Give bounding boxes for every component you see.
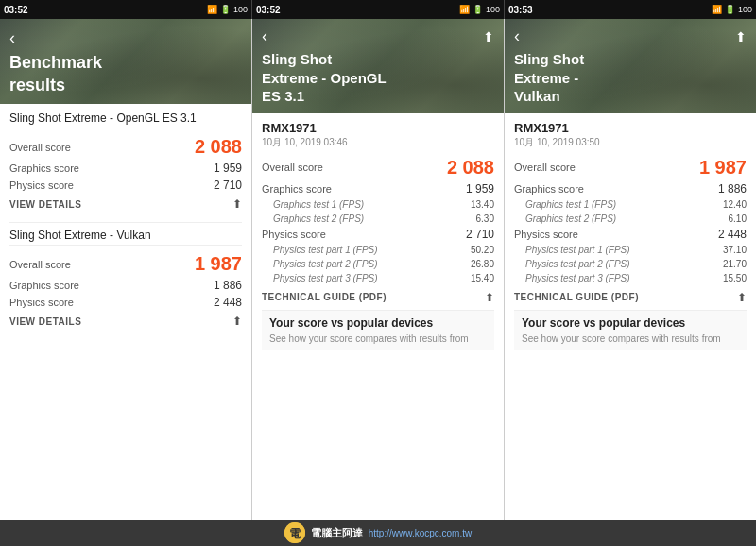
pt3-lbl-p2: Physics test part 3 (FPS) — [262, 273, 378, 283]
physics-t3-p3: Physics test part 3 (FPS) 15.50 — [514, 271, 747, 285]
graphics-t2-p2: Graphics test 2 (FPS) 6.30 — [262, 212, 494, 226]
graphics-score-row-1: Graphics score 1 959 — [9, 160, 242, 177]
share-icon-2[interactable]: ⬆ — [232, 315, 242, 328]
graphics-t1-p2: Graphics test 1 (FPS) 13.40 — [262, 197, 494, 212]
pt3-val-p3: 15.50 — [723, 273, 747, 283]
pt2-lbl-p2: Physics test part 2 (FPS) — [262, 259, 378, 269]
view-details-1[interactable]: VIEW DETAILS ⬆ — [9, 197, 242, 211]
panel-opengl-detail: ‹ ⬆ Sling Shot Extreme - OpenGL ES 3.1 R… — [252, 19, 505, 520]
overall-score-row-2: Overall score 1 987 — [9, 251, 242, 277]
graphics-t2-p3: Graphics test 2 (FPS) 6.10 — [514, 212, 747, 226]
physics-label-1: Physics score — [9, 179, 74, 191]
panel-2-body: RMX1971 10月 10, 2019 03:46 Overall score… — [252, 113, 504, 520]
graphics-label-1: Graphics score — [9, 162, 79, 174]
technical-guide-text-p3: TECHNICAL GUIDE (PDF) — [514, 292, 639, 302]
wifi-icon-1: 📶 — [207, 5, 217, 14]
pt1-lbl-p2: Physics test part 1 (FPS) — [262, 245, 378, 255]
popular-devices-p2: Your score vs popular devices See how yo… — [262, 310, 494, 350]
overall-score-row-1: Overall score 2 088 — [9, 134, 242, 160]
overall-label-2: Overall score — [9, 259, 71, 270]
share-nav-icon-2[interactable]: ⬆ — [483, 29, 494, 44]
app-container: 03:52 📶 🔋 100 03:52 📶 🔋 100 03:53 📶 🔋 10… — [0, 0, 756, 546]
watermark-logo: 電 — [284, 522, 305, 543]
back-button-3[interactable]: ‹ — [514, 26, 520, 46]
overall-row-2: Overall score 2 088 — [262, 155, 494, 180]
overall-row-3: Overall score 1 987 — [514, 155, 747, 180]
graphics-score-row-2: Graphics score 1 886 — [9, 277, 242, 294]
status-icons-2: 📶 🔋 100 — [459, 5, 500, 14]
physics-t1-p2: Physics test part 1 (FPS) 50.20 — [262, 243, 494, 257]
watermark-bar: 電 電腦主阿達 http://www.kocpc.com.tw — [0, 520, 756, 546]
overall-label-1: Overall score — [9, 142, 71, 153]
graphics-lbl-p3: Graphics score — [514, 183, 584, 195]
technical-guide-text-p2: TECHNICAL GUIDE (PDF) — [262, 292, 387, 302]
back-button-1[interactable]: ‹ — [9, 28, 15, 48]
tech-share-icon-p2[interactable]: ⬆ — [485, 291, 494, 304]
panel-3-nav: ‹ ⬆ — [514, 26, 747, 46]
battery-icon-3: 🔋 — [725, 5, 735, 14]
physics-t2-p2: Physics test part 2 (FPS) 26.80 — [262, 257, 494, 271]
technical-guide-p2[interactable]: TECHNICAL GUIDE (PDF) ⬆ — [262, 291, 494, 304]
physics-lbl-p3: Physics score — [514, 229, 578, 240]
share-nav-icon-3[interactable]: ⬆ — [735, 29, 747, 44]
svg-text:電: 電 — [289, 527, 301, 540]
status-bar-row: 03:52 📶 🔋 100 03:52 📶 🔋 100 03:53 📶 🔋 10… — [0, 0, 756, 19]
panel-benchmark-results: ‹ Benchmark results Sling Shot Extreme -… — [0, 19, 252, 520]
physics-label-2: Physics score — [9, 297, 74, 308]
section-opengl-title: Sling Shot Extreme - OpenGL ES 3.1 — [9, 111, 242, 128]
panel-3-header: ‹ ⬆ Sling Shot Extreme - Vulkan — [505, 19, 756, 113]
pt1-lbl-p3: Physics test part 1 (FPS) — [514, 245, 630, 255]
time-3: 03:53 — [508, 5, 533, 15]
panel-1-header: ‹ Benchmark results — [0, 19, 251, 104]
gt2-val-p2: 6.30 — [476, 213, 494, 224]
popular-devices-title-p2: Your score vs popular devices — [269, 316, 487, 330]
gt1-lbl-p3: Graphics test 1 (FPS) — [514, 199, 616, 210]
overall-value-p2: 2 088 — [447, 157, 494, 179]
physics-row-p2: Physics score 2 710 — [262, 226, 494, 243]
gt2-val-p3: 6.10 — [729, 213, 747, 224]
battery-icon-2: 🔋 — [472, 5, 483, 14]
section-vulkan-title: Sling Shot Extreme - Vulkan — [9, 229, 242, 246]
physics-score-row-2: Physics score 2 448 — [9, 294, 242, 311]
popular-devices-desc-p3: See how your score compares with results… — [522, 333, 739, 345]
technical-guide-p3[interactable]: TECHNICAL GUIDE (PDF) ⬆ — [514, 291, 747, 304]
gt2-lbl-p3: Graphics test 2 (FPS) — [514, 213, 616, 224]
status-bar-3: 03:53 📶 🔋 100 — [504, 0, 756, 19]
status-bar-1: 03:52 📶 🔋 100 — [0, 0, 251, 19]
gt1-lbl-p2: Graphics test 1 (FPS) — [262, 199, 364, 210]
pt1-val-p3: 37.10 — [723, 245, 747, 255]
panel-1-header-content: ‹ Benchmark results — [9, 28, 242, 96]
panel-2-title: Sling Shot Extreme - OpenGL ES 3.1 — [262, 50, 494, 106]
physics-t1-p3: Physics test part 1 (FPS) 37.10 — [514, 243, 747, 257]
pt2-val-p3: 21.70 — [723, 259, 747, 269]
overall-value-p3: 1 987 — [699, 157, 747, 179]
status-bar-2: 03:52 📶 🔋 100 — [251, 0, 504, 19]
wifi-icon-3: 📶 — [712, 5, 722, 14]
panel-3-header-content: ‹ ⬆ Sling Shot Extreme - Vulkan — [514, 26, 747, 106]
back-button-2[interactable]: ‹ — [262, 26, 267, 46]
view-details-2[interactable]: VIEW DETAILS ⬆ — [9, 315, 242, 328]
share-icon-1[interactable]: ⬆ — [232, 197, 242, 211]
status-icons-1: 📶 🔋 100 — [207, 5, 248, 14]
pt3-val-p2: 15.40 — [471, 273, 494, 283]
view-details-text-2: VIEW DETAILS — [9, 316, 81, 327]
physics-value-2: 2 448 — [214, 296, 242, 309]
gt2-lbl-p2: Graphics test 2 (FPS) — [262, 213, 364, 224]
panel-2-header-content: ‹ ⬆ Sling Shot Extreme - OpenGL ES 3.1 — [262, 26, 494, 106]
pt3-lbl-p3: Physics test part 3 (FPS) — [514, 273, 630, 283]
tech-share-icon-p3[interactable]: ⬆ — [737, 291, 747, 304]
panel-2-nav: ‹ ⬆ — [262, 26, 494, 46]
section-opengl: Sling Shot Extreme - OpenGL ES 3.1 Overa… — [9, 111, 242, 211]
view-details-text-1: VIEW DETAILS — [9, 199, 81, 210]
physics-lbl-p2: Physics score — [262, 229, 326, 240]
wifi-icon-2: 📶 — [459, 5, 470, 14]
graphics-row-p2: Graphics score 1 959 — [262, 180, 494, 197]
graphics-label-2: Graphics score — [9, 280, 79, 291]
battery-label-2: 100 — [486, 5, 500, 14]
battery-label-3: 100 — [738, 5, 752, 14]
overall-value-1: 2 088 — [195, 136, 242, 158]
graphics-lbl-p2: Graphics score — [262, 183, 332, 195]
battery-icon-1: 🔋 — [220, 5, 231, 14]
popular-devices-title-p3: Your score vs popular devices — [522, 316, 739, 330]
panel-1-nav: ‹ — [9, 28, 242, 48]
